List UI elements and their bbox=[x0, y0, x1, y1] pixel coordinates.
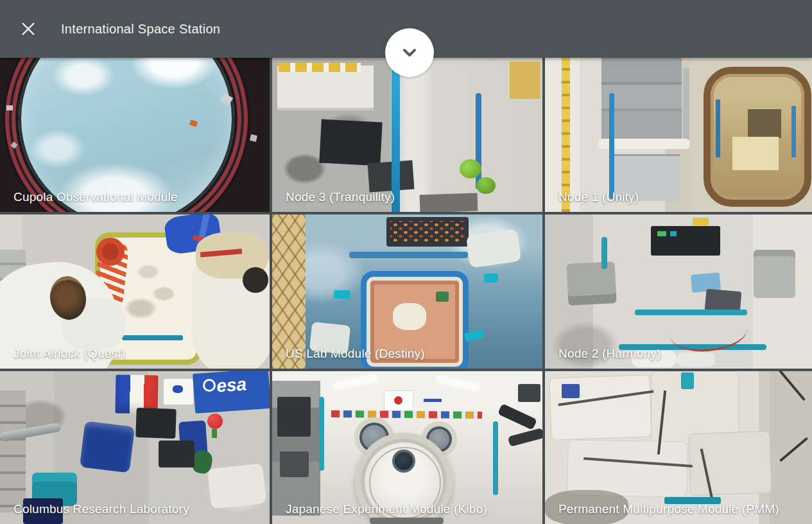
esa-logo-ring bbox=[203, 379, 216, 392]
blue-stowage-bag bbox=[80, 421, 135, 473]
debris-speck bbox=[10, 141, 17, 148]
base-bar bbox=[370, 518, 444, 524]
dark-screen bbox=[518, 384, 540, 402]
teal-handrail bbox=[493, 421, 498, 495]
red-ball bbox=[207, 414, 223, 429]
stowage-bag bbox=[770, 371, 812, 524]
gallery-grid: Cupola Observational Module Node 3 (Tran… bbox=[0, 58, 812, 524]
page-title: International Space Station bbox=[61, 22, 220, 37]
status-light bbox=[657, 231, 666, 236]
debris-speck bbox=[250, 134, 257, 142]
gallery-tile-columbus[interactable]: esa Columbus Research Laboratory bbox=[0, 371, 270, 524]
hatch-highlight bbox=[393, 303, 426, 330]
cnes-mark bbox=[173, 385, 183, 393]
debris-speck bbox=[6, 105, 13, 110]
dark-panel bbox=[651, 226, 720, 256]
close-button[interactable] bbox=[13, 13, 44, 44]
yellow-box bbox=[510, 62, 540, 99]
teal-bar bbox=[122, 335, 183, 340]
yellow-stripe bbox=[562, 58, 570, 212]
dark-screen bbox=[159, 441, 194, 467]
flags-banner bbox=[331, 410, 482, 419]
blue-handrail bbox=[609, 93, 614, 199]
tile-label: Cupola Observational Module bbox=[13, 190, 178, 204]
dark-screen bbox=[280, 451, 309, 477]
tile-label: Japanese Experiment Module (Kibo) bbox=[286, 502, 487, 516]
teal-handle bbox=[484, 274, 498, 283]
close-icon bbox=[20, 21, 37, 37]
gallery-tile-cupola[interactable]: Cupola Observational Module bbox=[0, 58, 270, 212]
gallery-tile-harmony[interactable]: Node 2 (Harmony) bbox=[545, 214, 812, 369]
hatch-ring bbox=[704, 67, 811, 207]
dark-screen bbox=[135, 408, 177, 439]
tile-label: Node 3 (Tranquility) bbox=[286, 190, 395, 204]
yellow-tag bbox=[693, 218, 709, 225]
teal-object bbox=[681, 372, 694, 389]
cupola-earth-window bbox=[19, 58, 234, 212]
equipment-shadow bbox=[420, 193, 478, 212]
pmm-photo bbox=[545, 371, 812, 524]
blue-handrail bbox=[716, 100, 720, 157]
ceiling-light bbox=[436, 376, 481, 391]
panel-buttons bbox=[390, 221, 465, 243]
node3-photo bbox=[272, 58, 542, 212]
quest-photo bbox=[0, 214, 270, 369]
red-reel bbox=[96, 238, 125, 266]
helmet-visor bbox=[243, 267, 268, 293]
gray-equipment bbox=[566, 261, 616, 306]
plant-bag bbox=[460, 159, 481, 179]
columbus-photo: esa bbox=[0, 371, 270, 524]
tile-label: Columbus Research Laboratory bbox=[13, 502, 189, 516]
white-pack bbox=[677, 353, 715, 367]
tile-label: Permanent Multipurpose Module (PMM) bbox=[558, 502, 779, 516]
dark-screen bbox=[368, 161, 415, 193]
equipment-rack bbox=[0, 390, 26, 512]
white-equipment bbox=[466, 229, 521, 268]
gallery-tile-destiny[interactable]: US Lab Module (Destiny) bbox=[272, 214, 542, 369]
ceiling-light bbox=[333, 374, 379, 390]
cupola-photo bbox=[0, 58, 270, 212]
jaxa-mark bbox=[424, 399, 442, 402]
tile-label: US Lab Module (Destiny) bbox=[286, 347, 425, 361]
hatch-port bbox=[392, 450, 415, 473]
esa-banner: esa bbox=[193, 371, 270, 414]
blue-bar bbox=[349, 252, 468, 258]
gallery-tile-pmm[interactable]: Permanent Multipurpose Module (PMM) bbox=[545, 371, 812, 524]
tile-label: Node 2 (Harmony) bbox=[558, 347, 661, 361]
teal-handle bbox=[334, 290, 350, 299]
white-bag bbox=[207, 464, 266, 509]
stowage-bag bbox=[567, 439, 687, 497]
gray-equipment bbox=[754, 250, 795, 298]
camera-arm bbox=[497, 403, 537, 430]
tan-lattice bbox=[272, 214, 306, 369]
equipment-shadow bbox=[748, 109, 781, 138]
teal-handrail bbox=[601, 237, 607, 269]
lit-panel bbox=[732, 137, 779, 170]
gallery-tile-node1[interactable]: Node 1 (Unity) bbox=[545, 58, 812, 212]
status-light bbox=[670, 231, 677, 236]
dark-screen bbox=[319, 119, 382, 166]
stowage-bag bbox=[688, 431, 772, 496]
teal-handrail bbox=[319, 397, 324, 471]
equipment-box bbox=[277, 66, 374, 110]
blue-label bbox=[562, 384, 580, 398]
label-strip bbox=[279, 63, 361, 72]
green-stem bbox=[212, 429, 217, 438]
harmony-photo bbox=[545, 214, 812, 369]
green-box bbox=[436, 292, 449, 302]
gallery-tile-kibo[interactable]: Japanese Experiment Module (Kibo) bbox=[272, 371, 542, 524]
plant-bag bbox=[476, 177, 496, 194]
teal-handrail bbox=[635, 310, 747, 315]
japan-flag-sun bbox=[394, 396, 402, 405]
collapse-gallery-button[interactable] bbox=[385, 28, 434, 77]
gallery-tile-node3[interactable]: Node 3 (Tranquility) bbox=[272, 58, 542, 212]
kibo-photo bbox=[272, 371, 542, 524]
blue-handrail bbox=[791, 106, 796, 157]
dark-screen bbox=[277, 397, 311, 437]
camera-arm bbox=[508, 428, 542, 447]
gallery-tile-quest[interactable]: Joint Airlock (Quest) bbox=[0, 214, 270, 369]
chevron-down-icon bbox=[399, 42, 420, 64]
tile-label: Joint Airlock (Quest) bbox=[13, 347, 125, 361]
node1-photo bbox=[545, 58, 812, 212]
blue-pole bbox=[392, 58, 400, 212]
